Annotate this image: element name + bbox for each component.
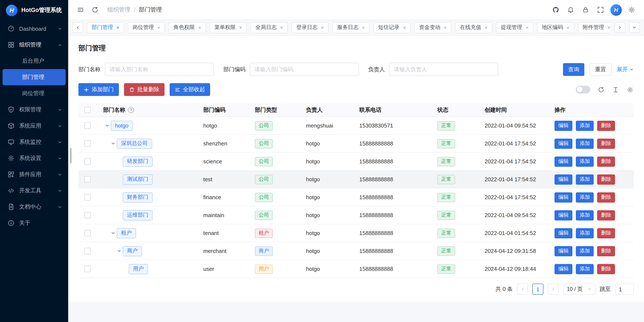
sidebar-subitem-backend-user[interactable]: 后台用户	[2, 53, 66, 69]
row-height-icon[interactable]	[612, 86, 619, 93]
department-name-chip[interactable]: 用户	[129, 264, 148, 274]
tabs-scroll-right-button[interactable]	[614, 22, 625, 33]
row-checkbox[interactable]	[84, 140, 90, 147]
department-name-chip[interactable]: 财务部门	[123, 192, 152, 202]
tab-close-icon[interactable]: ×	[362, 25, 365, 30]
row-add-button[interactable]: 添加	[576, 210, 594, 220]
reset-button[interactable]: 重置	[590, 63, 612, 76]
row-edit-button[interactable]: 编辑	[554, 156, 572, 167]
row-edit-button[interactable]: 编辑	[554, 246, 572, 256]
row-add-button[interactable]: 添加	[576, 264, 594, 274]
department-name-chip[interactable]: 深圳总公司	[117, 138, 152, 149]
row-edit-button[interactable]: 编辑	[554, 264, 572, 274]
sidebar-item-org[interactable]: 组织管理	[0, 37, 68, 53]
filter-input-leader[interactable]	[389, 63, 498, 76]
table-striped-toggle[interactable]	[576, 86, 590, 93]
department-name-chip[interactable]: 运维部门	[123, 210, 152, 220]
row-delete-button[interactable]: 删除	[597, 246, 615, 256]
sidebar-item-dev-tools[interactable]: 开发工具	[0, 183, 68, 199]
tab-close-icon[interactable]: ×	[444, 25, 447, 30]
tab-cash[interactable]: 提现管理×	[496, 22, 533, 33]
row-delete-button[interactable]: 删除	[597, 192, 615, 202]
department-name-chip[interactable]: 研发部门	[123, 156, 152, 167]
select-all-checkbox[interactable]	[84, 107, 90, 113]
help-question-icon[interactable]: ?	[128, 107, 134, 113]
lock-screen-icon[interactable]	[579, 4, 592, 16]
department-name-chip[interactable]: hotgo	[111, 121, 133, 131]
tab-close-icon[interactable]: ×	[198, 25, 201, 30]
sidebar-item-about[interactable]: 关于	[0, 215, 68, 231]
sidebar-collapse-icon[interactable]	[74, 4, 87, 16]
tab-dept[interactable]: 部门管理×	[87, 22, 124, 33]
sidebar-item-system-app[interactable]: 系统应用	[0, 118, 68, 134]
scrollbar-thumb[interactable]	[70, 148, 72, 163]
tab-provinces[interactable]: 地区编码×	[537, 22, 574, 33]
tab-close-icon[interactable]: ×	[403, 25, 406, 30]
sidebar-item-system-monitor[interactable]: 系统监控	[0, 134, 68, 150]
tab-role[interactable]: 角色权限×	[169, 22, 206, 33]
row-expand-chevron-icon[interactable]	[109, 141, 117, 146]
sidebar-item-permission[interactable]: 权限管理	[0, 102, 68, 118]
tab-close-icon[interactable]: ×	[280, 25, 283, 30]
breadcrumb-parent[interactable]: 组织管理	[108, 6, 130, 14]
row-add-button[interactable]: 添加	[576, 138, 594, 149]
row-checkbox[interactable]	[84, 122, 90, 129]
tab-close-icon[interactable]: ×	[526, 25, 528, 30]
tab-close-icon[interactable]: ×	[157, 25, 160, 30]
github-icon[interactable]	[550, 4, 562, 16]
tab-recharge[interactable]: 在线充值×	[455, 22, 492, 33]
notifications-bell-icon[interactable]	[564, 4, 577, 16]
tab-menu[interactable]: 菜单权限×	[210, 22, 247, 33]
row-edit-button[interactable]: 编辑	[554, 228, 572, 238]
tab-serve-log[interactable]: 服务日志×	[332, 22, 370, 33]
row-add-button[interactable]: 添加	[576, 228, 594, 238]
sidebar-item-dashboard[interactable]: Dashboard	[0, 21, 68, 37]
row-checkbox[interactable]	[84, 230, 90, 236]
row-edit-button[interactable]: 编辑	[554, 138, 572, 149]
department-name-chip[interactable]: 测试部门	[123, 174, 152, 184]
tabs-scroll-left-button[interactable]	[72, 22, 83, 33]
row-add-button[interactable]: 添加	[576, 246, 594, 256]
tab-close-icon[interactable]: ×	[239, 25, 242, 30]
department-name-chip[interactable]: 租户	[117, 228, 136, 238]
app-logo[interactable]: H HotGo管理系统	[0, 0, 68, 21]
refresh-page-icon[interactable]	[89, 4, 102, 16]
row-edit-button[interactable]: 编辑	[554, 174, 572, 184]
row-delete-button[interactable]: 删除	[597, 121, 615, 131]
row-delete-button[interactable]: 删除	[597, 138, 615, 149]
row-checkbox[interactable]	[84, 194, 90, 200]
sidebar-subitem-dept[interactable]: 部门管理	[2, 69, 66, 85]
tab-close-icon[interactable]: ×	[566, 25, 570, 30]
row-edit-button[interactable]: 编辑	[554, 210, 572, 220]
row-delete-button[interactable]: 删除	[597, 156, 615, 167]
row-checkbox[interactable]	[84, 248, 90, 254]
fullscreen-icon[interactable]	[594, 4, 607, 16]
query-button[interactable]: 查询	[563, 63, 584, 76]
sidebar-item-plugin-app[interactable]: 插件应用	[0, 166, 68, 183]
row-delete-button[interactable]: 删除	[597, 264, 615, 274]
tab-close-icon[interactable]: ×	[607, 25, 610, 30]
row-delete-button[interactable]: 删除	[597, 228, 615, 238]
row-expand-chevron-icon[interactable]	[103, 123, 111, 128]
row-edit-button[interactable]: 编辑	[554, 121, 572, 131]
table-refresh-icon[interactable]	[597, 86, 605, 93]
tab-login-log[interactable]: 登录日志×	[292, 22, 328, 33]
row-expand-chevron-icon[interactable]	[115, 249, 123, 253]
pagination-page-1-button[interactable]: 1	[532, 284, 544, 295]
user-avatar[interactable]: H	[610, 4, 622, 16]
tab-close-icon[interactable]: ×	[321, 25, 324, 30]
tab-attachment[interactable]: 附件管理×	[578, 22, 611, 33]
department-name-chip[interactable]: 商户	[123, 246, 142, 256]
row-expand-chevron-icon[interactable]	[109, 231, 117, 235]
filter-input-code[interactable]	[250, 63, 359, 76]
row-edit-button[interactable]: 编辑	[554, 192, 572, 202]
row-checkbox[interactable]	[84, 176, 90, 183]
settings-gear-icon[interactable]	[625, 4, 638, 16]
tab-close-icon[interactable]: ×	[116, 25, 119, 30]
tabs-dropdown-button[interactable]	[629, 22, 640, 33]
row-delete-button[interactable]: 删除	[597, 174, 615, 184]
expand-filters-link[interactable]: 展开	[617, 66, 634, 73]
sidebar-subitem-post[interactable]: 岗位管理	[2, 85, 66, 102]
tab-global-log[interactable]: 全局日志×	[250, 22, 288, 33]
filter-input-name[interactable]	[105, 63, 214, 76]
